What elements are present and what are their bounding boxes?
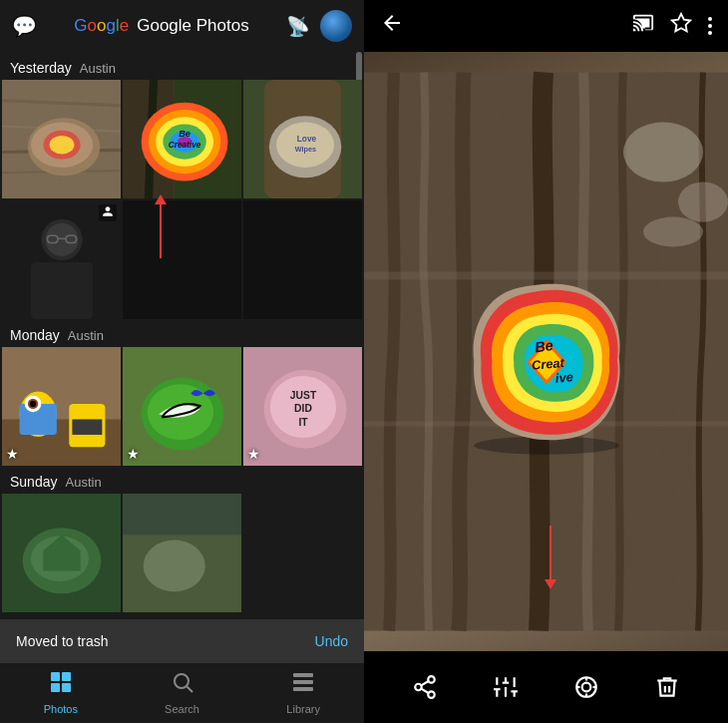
top-bar: 💬 Google Google Photos 📡 <box>0 0 364 52</box>
cast-button[interactable] <box>628 8 658 44</box>
yesterday-grid: Be Creative Love <box>0 80 364 198</box>
bottom-nav: Photos Search Library <box>0 661 364 723</box>
library-icon <box>291 670 315 700</box>
svg-rect-67 <box>293 687 313 691</box>
toast-bar: Moved to trash Undo <box>0 619 364 663</box>
photo-cell-minion[interactable]: ★ <box>2 347 121 466</box>
search-nav-label: Search <box>165 703 199 715</box>
svg-point-8 <box>50 136 75 155</box>
svg-text:IT: IT <box>298 417 308 428</box>
photo-cell-selfie[interactable] <box>2 200 121 319</box>
search-icon <box>171 670 194 700</box>
svg-point-79 <box>428 676 435 683</box>
photo-cell-be-creative[interactable]: Be Creative <box>123 80 241 198</box>
library-nav-label: Library <box>286 703 320 715</box>
main-image-area[interactable]: Be Creat ive <box>364 52 728 651</box>
red-arrow-down <box>545 526 556 589</box>
monday-subtitle: Austin <box>68 328 104 343</box>
svg-point-63 <box>175 674 188 688</box>
svg-rect-61 <box>51 683 60 692</box>
app-name: Google Photos <box>137 16 248 36</box>
svg-text:Love: Love <box>297 135 317 144</box>
svg-point-31 <box>45 223 78 256</box>
right-top-bar <box>364 0 728 52</box>
svg-rect-30 <box>31 262 93 319</box>
chat-icon[interactable]: 💬 <box>12 14 37 38</box>
star-button[interactable] <box>666 8 696 44</box>
svg-marker-68 <box>672 14 690 31</box>
lens-button[interactable] <box>565 666 607 708</box>
photo-cell-dark1[interactable] <box>123 200 241 319</box>
right-panel: Be Creat ive <box>364 0 728 723</box>
sunday-grid <box>0 494 364 612</box>
top-bar-left: 💬 <box>12 14 37 38</box>
photo-cell-nike[interactable]: ★ <box>123 347 241 466</box>
svg-text:Creative: Creative <box>169 141 201 150</box>
left-panel: 💬 Google Google Photos 📡 Yesterday Austi… <box>0 0 364 723</box>
yesterday-title: Yesterday <box>10 60 72 76</box>
svg-text:Be: Be <box>534 336 554 354</box>
photo-cell[interactable] <box>2 80 121 198</box>
photo-cell-justdidit[interactable]: JUST DID IT ★ <box>243 347 362 466</box>
photo-cell-sunday1[interactable] <box>2 494 121 612</box>
arrow-line-up <box>160 203 162 258</box>
svg-line-82 <box>421 689 428 693</box>
monday-header: Monday Austin <box>0 319 364 347</box>
edit-button[interactable] <box>485 666 527 708</box>
photo-scroll-area[interactable]: Yesterday Austin <box>0 52 364 661</box>
photo-cell-love[interactable]: Love Wipes <box>243 80 362 198</box>
arrow-line-down <box>549 526 551 580</box>
arrow-head-down <box>545 579 556 589</box>
toast-message: Moved to trash <box>16 633 109 649</box>
svg-point-94 <box>582 683 591 692</box>
cast-icon[interactable]: 📡 <box>286 15 310 38</box>
photos-nav-label: Photos <box>44 703 78 715</box>
svg-rect-60 <box>62 672 71 681</box>
svg-text:ive: ive <box>554 369 573 385</box>
star-badge-2: ★ <box>127 446 140 462</box>
svg-point-73 <box>678 182 728 222</box>
star-badge-3: ★ <box>247 446 260 462</box>
monday-title: Monday <box>10 327 60 343</box>
svg-point-58 <box>144 541 205 592</box>
right-top-icons <box>628 8 716 44</box>
rock-painting: Be Creat ive <box>447 277 646 447</box>
google-logo: Google <box>74 16 129 36</box>
nav-search[interactable]: Search <box>122 662 243 723</box>
top-bar-center: Google Google Photos <box>74 16 248 36</box>
svg-text:Wipes: Wipes <box>295 145 316 154</box>
svg-line-83 <box>421 681 428 685</box>
photo-cell-sunday2[interactable] <box>123 494 241 612</box>
sunday-header: Sunday Austin <box>0 466 364 494</box>
yesterday-subtitle: Austin <box>80 61 116 76</box>
sunday-title: Sunday <box>10 474 57 490</box>
star-badge: ★ <box>6 446 19 462</box>
svg-point-72 <box>623 123 703 182</box>
svg-point-41 <box>30 401 36 407</box>
svg-rect-43 <box>72 419 102 435</box>
delete-button[interactable] <box>646 666 688 708</box>
person-icon-badge <box>99 204 117 221</box>
svg-line-64 <box>186 687 192 693</box>
svg-rect-62 <box>62 683 71 692</box>
nav-library[interactable]: Library <box>242 662 364 723</box>
undo-button[interactable]: Undo <box>315 633 348 649</box>
photo-cell-dark2[interactable] <box>243 200 362 319</box>
svg-text:Be: Be <box>179 129 190 139</box>
svg-text:JUST: JUST <box>290 390 317 401</box>
monday-top-grid <box>0 200 364 319</box>
red-arrow-up <box>155 194 167 258</box>
monday-grid: ★ ★ <box>0 347 364 466</box>
share-button[interactable] <box>404 666 446 708</box>
more-button[interactable] <box>704 13 716 39</box>
avatar[interactable] <box>320 10 352 42</box>
nav-photos[interactable]: Photos <box>0 662 122 723</box>
avatar-image <box>320 10 352 42</box>
top-bar-right: 📡 <box>286 10 352 42</box>
back-button[interactable] <box>376 7 408 45</box>
svg-rect-66 <box>293 680 313 684</box>
svg-point-74 <box>643 217 703 247</box>
right-bottom-bar <box>364 651 728 723</box>
photos-icon <box>49 670 73 700</box>
svg-point-80 <box>415 684 422 691</box>
